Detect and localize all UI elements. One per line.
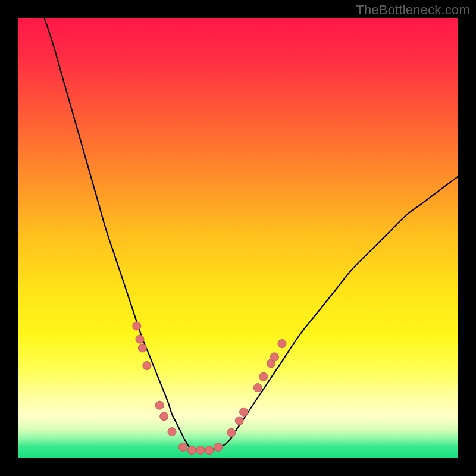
data-point — [138, 344, 146, 352]
chart-svg — [18, 18, 458, 458]
data-point — [136, 335, 144, 343]
data-point — [179, 443, 187, 452]
data-point — [187, 446, 196, 455]
data-point — [168, 428, 176, 436]
data-point — [155, 401, 164, 409]
chart-frame: TheBottleneck.com — [0, 0, 476, 476]
data-point — [253, 384, 262, 392]
data-point — [270, 353, 278, 361]
data-point — [278, 340, 286, 348]
data-point — [214, 443, 223, 452]
data-point — [143, 362, 151, 370]
data-point — [133, 322, 141, 330]
plot-area — [18, 18, 458, 458]
data-point — [259, 372, 268, 381]
data-point — [240, 408, 248, 416]
data-point — [227, 428, 236, 437]
bottleneck-curve — [44, 18, 458, 449]
data-point — [205, 446, 214, 455]
data-point — [235, 416, 243, 425]
data-point — [196, 446, 205, 455]
data-point — [160, 412, 168, 421]
watermark-text: TheBottleneck.com — [356, 2, 470, 18]
